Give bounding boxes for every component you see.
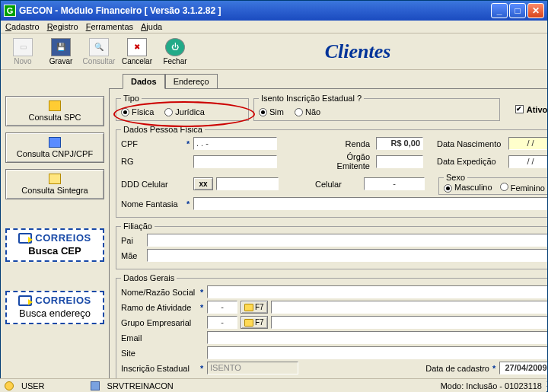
mae-label: Mãe [121, 251, 144, 260]
tipo-fieldset: Tipo Física Jurídica [116, 94, 249, 121]
filiacao-legend: Filiação [121, 221, 155, 231]
busca-cep-label: Busca CEP [10, 245, 100, 257]
radio-sim[interactable]: Sim [259, 107, 284, 116]
orgao-label: Órgão Emitente [314, 152, 373, 171]
fechar-button[interactable]: ⏻ Fechar [156, 38, 194, 65]
data-nasc-input[interactable]: / / [508, 137, 548, 150]
nome-razao-label: Nome/Razão Social [121, 288, 197, 297]
grupo-desc-input[interactable] [271, 316, 548, 329]
grupo-code-input[interactable]: - [207, 316, 237, 329]
data-exp-label: Data Expedição [437, 157, 505, 166]
inscricao-input: ISENTO [207, 362, 298, 374]
cpf-input[interactable]: . . - [193, 137, 277, 150]
tab-panel: Tipo Física Jurídica Isento Inscrição Es… [109, 88, 548, 387]
consulta-spc-button[interactable]: Consulta SPC [5, 96, 104, 126]
radio-icon [295, 108, 303, 116]
maximize-button[interactable]: □ [509, 3, 526, 18]
busca-endereco-label: Busca endereço [10, 308, 100, 319]
data-cadastro-input[interactable]: 27/04/2009 [499, 362, 548, 374]
menu-cadastro[interactable]: Cadastro [5, 22, 40, 31]
radio-masculino[interactable]: Masculino [444, 183, 492, 193]
correios-endereco-button[interactable]: CORREIOS Busca endereço [5, 291, 104, 324]
email-label: Email [121, 333, 197, 343]
radio-icon [500, 183, 508, 191]
pai-label: Pai [121, 236, 144, 245]
gerais-legend: Dados Gerais [121, 273, 177, 282]
sexo-legend: Sexo [444, 173, 467, 182]
pai-input[interactable] [147, 234, 548, 247]
radio-icon [164, 108, 173, 116]
radio-icon [121, 108, 129, 116]
menubar: Cadastro Registro Ferramentas Ajuda [1, 21, 547, 33]
radio-nao[interactable]: Não [295, 107, 320, 116]
ddd-label: DDD Celular [121, 180, 183, 189]
correios-logo-icon [18, 233, 32, 244]
consultar-button: 🔍 Consultar [80, 38, 118, 65]
rg-input[interactable] [193, 155, 277, 168]
gravar-label: Gravar [42, 57, 80, 65]
app-icon: G [4, 5, 16, 17]
titlebar: G GECON - Módulo Financeiro [ Versão 3.1… [1, 1, 547, 21]
grupo-f7-button[interactable]: F7 [241, 316, 268, 329]
nome-fantasia-input[interactable] [193, 197, 548, 210]
sidebar: Consulta SPC Consulta CNPJ/CPF Consulta … [5, 73, 104, 385]
fechar-label: Fechar [156, 57, 194, 65]
new-icon: ▭ [13, 38, 33, 56]
data-exp-input[interactable]: / / [508, 155, 548, 168]
menu-ajuda[interactable]: Ajuda [141, 22, 162, 31]
correios-logo-icon [18, 295, 32, 306]
grupo-label: Grupo Empresarial [121, 318, 197, 327]
orgao-input[interactable] [376, 155, 423, 168]
menu-ferramentas[interactable]: Ferramentas [86, 22, 133, 31]
ddd-button[interactable]: xx [193, 177, 213, 190]
status-mode: Modo: Inclusão - 01023118 [441, 381, 542, 390]
mae-input[interactable] [147, 249, 548, 262]
minimize-button[interactable]: _ [491, 3, 508, 18]
spc-label: Consulta SPC [28, 113, 81, 122]
renda-label: Renda [314, 139, 373, 148]
window-title: GECON - Módulo Financeiro [ Versão 3.1.2… [19, 5, 491, 16]
cancelar-button[interactable]: ✖ Cancelar [118, 38, 156, 65]
ramo-f7-button[interactable]: F7 [241, 301, 268, 314]
pf-legend: Dados Pessoa Física [121, 125, 205, 134]
email-input[interactable] [207, 331, 548, 344]
consulta-cnpj-button[interactable]: Consulta CNPJ/CPF [5, 132, 104, 163]
sintegra-icon [49, 174, 61, 184]
filiacao-fieldset: Filiação Pai Mãe [116, 221, 548, 269]
site-input[interactable] [207, 346, 548, 359]
status-user: USER [21, 381, 45, 390]
sintegra-label: Consulta Sintegra [21, 186, 88, 195]
pessoa-fisica-fieldset: Dados Pessoa Física CPF * . . - Renda R$… [116, 125, 548, 218]
cancel-icon: ✖ [127, 38, 147, 56]
ativo-label: Ativo [527, 105, 548, 114]
radio-icon [444, 184, 452, 193]
radio-feminino[interactable]: Feminino [500, 183, 545, 193]
nome-razao-input[interactable] [207, 285, 548, 298]
radio-juridica[interactable]: Jurídica [164, 107, 205, 116]
menu-registro[interactable]: Registro [47, 22, 78, 31]
renda-input[interactable]: R$ 0,00 [376, 137, 423, 150]
ramo-desc-input[interactable] [271, 301, 548, 314]
ramo-code-input[interactable]: - [207, 301, 237, 314]
gravar-button[interactable]: 💾 Gravar [42, 38, 80, 65]
close-button[interactable]: ✕ [527, 3, 544, 18]
novo-button: ▭ Novo [4, 38, 42, 65]
celular-input[interactable]: - [364, 177, 425, 190]
ativo-checkbox[interactable] [515, 105, 524, 113]
nome-fantasia-label: Nome Fantasia [121, 199, 183, 209]
ddd-input[interactable] [216, 177, 279, 190]
correios-cep-button[interactable]: CORREIOS Busca CEP [5, 228, 104, 262]
data-nasc-label: Data Nascimento [437, 139, 505, 148]
user-icon [5, 381, 14, 390]
isento-fieldset: Isento Inscrição Estadual ? Sim Não [253, 94, 500, 121]
tab-dados[interactable]: Dados [123, 74, 165, 89]
dados-gerais-fieldset: Dados Gerais Nome/Razão Social * Ramo de… [116, 273, 548, 382]
tab-endereco[interactable]: Endereço [165, 74, 218, 89]
cnpj-icon [49, 137, 61, 148]
radio-fisica[interactable]: Física [121, 107, 154, 116]
folder-icon [244, 319, 253, 327]
cancelar-label: Cancelar [118, 57, 156, 65]
consulta-sintegra-button[interactable]: Consulta Sintegra [5, 169, 104, 199]
spc-icon [49, 100, 61, 111]
radio-icon [259, 108, 267, 116]
